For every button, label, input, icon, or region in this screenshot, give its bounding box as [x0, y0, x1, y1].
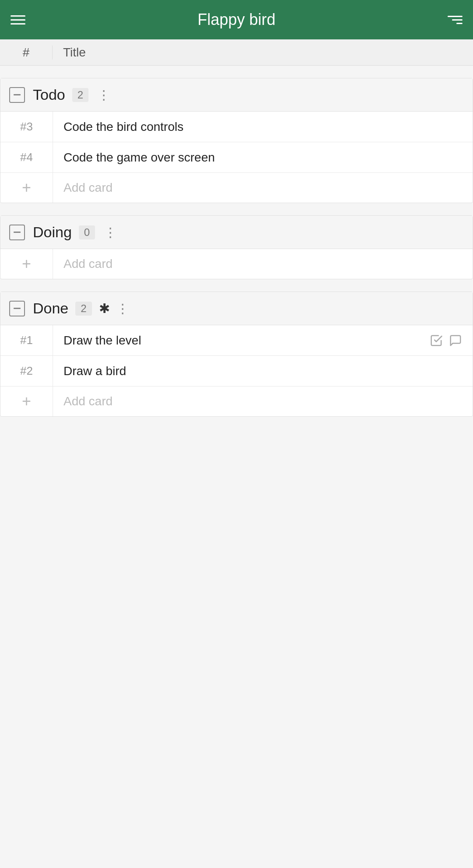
- section-count-todo: 2: [72, 88, 88, 102]
- add-card-hash-todo: +: [0, 173, 53, 203]
- section-todo: Todo 2 ⋮ #3 Code the bird controls #4 Co…: [0, 78, 473, 203]
- section-menu-todo[interactable]: ⋮: [97, 87, 111, 102]
- add-card-hash-doing: +: [0, 249, 53, 279]
- table-row[interactable]: #4 Code the game over screen: [0, 142, 473, 173]
- section-menu-doing[interactable]: ⋮: [104, 225, 117, 240]
- add-card-text-done[interactable]: Add card: [53, 394, 473, 408]
- row-id: #1: [0, 325, 53, 355]
- add-card-plus-done[interactable]: +: [22, 392, 31, 411]
- table-row[interactable]: #1 Draw the level: [0, 325, 473, 356]
- section-name-doing: Doing: [33, 224, 72, 241]
- section-header-doing: Doing 0 ⋮: [0, 216, 473, 249]
- add-card-row-done[interactable]: + Add card: [0, 387, 473, 416]
- table-row[interactable]: #2 Draw a bird: [0, 356, 473, 387]
- section-collapse-doing[interactable]: [9, 225, 25, 240]
- row-action-icons: [430, 334, 462, 347]
- section-name-done: Done: [33, 300, 68, 317]
- section-count-doing: 0: [79, 225, 95, 239]
- row-id: #3: [0, 112, 53, 142]
- add-card-plus-doing[interactable]: +: [22, 255, 31, 273]
- add-card-row-todo[interactable]: + Add card: [0, 173, 473, 203]
- comment-icon[interactable]: [449, 334, 462, 347]
- row-title: Draw the level: [53, 334, 473, 348]
- row-title: Code the game over screen: [53, 151, 473, 165]
- add-card-plus-todo[interactable]: +: [22, 179, 31, 197]
- table-header: # Title: [0, 39, 473, 66]
- section-header-todo: Todo 2 ⋮: [0, 78, 473, 112]
- hamburger-menu-icon[interactable]: [11, 15, 25, 25]
- sections-container: Todo 2 ⋮ #3 Code the bird controls #4 Co…: [0, 78, 473, 417]
- row-title: Code the bird controls: [53, 120, 473, 134]
- section-collapse-done[interactable]: [9, 301, 25, 316]
- add-card-row-doing[interactable]: + Add card: [0, 249, 473, 279]
- section-menu-done[interactable]: ⋮: [116, 301, 130, 316]
- add-card-hash-done: +: [0, 387, 53, 416]
- section-star-done[interactable]: ✱: [99, 301, 110, 316]
- row-id: #2: [0, 356, 53, 386]
- app-title: Flappy bird: [198, 11, 275, 29]
- section-header-done: Done 2 ✱ ⋮: [0, 292, 473, 325]
- row-title: Draw a bird: [53, 364, 473, 378]
- add-card-text-doing[interactable]: Add card: [53, 257, 473, 271]
- add-card-text-todo[interactable]: Add card: [53, 181, 473, 195]
- app-header: Flappy bird: [0, 0, 473, 39]
- section-collapse-todo[interactable]: [9, 87, 25, 103]
- section-doing: Doing 0 ⋮ + Add card: [0, 215, 473, 279]
- col-hash-label: #: [0, 46, 53, 60]
- section-count-done: 2: [75, 302, 92, 316]
- section-name-todo: Todo: [33, 86, 65, 103]
- checkmark-icon[interactable]: [430, 334, 443, 347]
- col-title-label: Title: [53, 46, 473, 60]
- row-id: #4: [0, 142, 53, 172]
- table-row[interactable]: #3 Code the bird controls: [0, 112, 473, 142]
- section-done: Done 2 ✱ ⋮ #1 Draw the level #2 Draw a b…: [0, 292, 473, 417]
- filter-icon[interactable]: [448, 16, 462, 24]
